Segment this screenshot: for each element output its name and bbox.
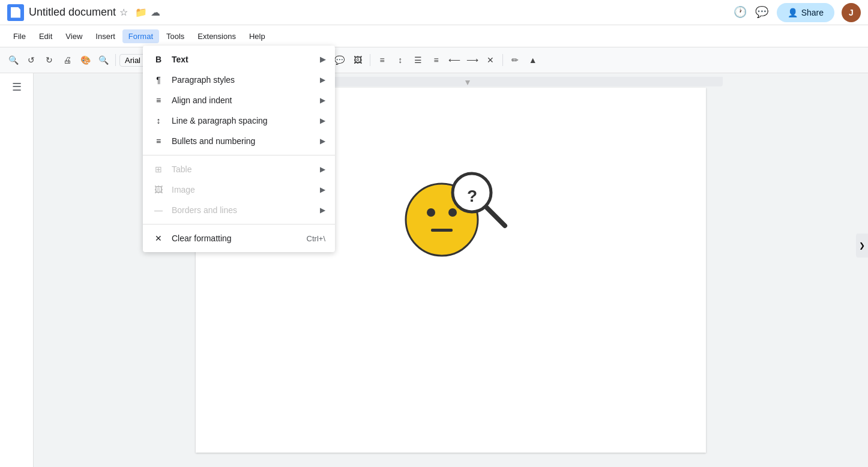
outline-icon[interactable]: ☰ [12,80,22,94]
format-dropdown: B Text ▶ ¶ Paragraph styles ▶ ≡ Align an… [143,46,335,252]
clear-format-btn[interactable]: ✕ [482,52,499,68]
line-spacing-icon: ↕ [152,115,164,127]
svg-text:?: ? [467,187,477,205]
bullets-arrow: ▶ [320,137,325,145]
separator-5 [370,54,370,66]
share-button[interactable]: 👤 Share [777,3,834,22]
align-indent-icon: ≡ [152,94,164,106]
line-spacing-label: Line & paragraph spacing [172,116,313,125]
document-title[interactable]: Untitled document [29,6,116,19]
menu-item-line-spacing[interactable]: ↕ Line & paragraph spacing ▶ [143,110,335,131]
image-arrow: ▶ [320,185,325,194]
chevron-right-icon: ❯ [859,241,865,250]
separator-6 [502,54,503,66]
menu-edit[interactable]: Edit [33,29,58,43]
title-info: Untitled document ☆ 📁 ☁ [29,6,734,19]
svg-line-6 [487,208,505,226]
menu-item-bullets[interactable]: ≡ Bullets and numbering ▶ [143,131,335,151]
collapse-btn[interactable]: ▲ [525,52,541,68]
line-spacing-arrow: ▶ [320,116,325,125]
edit-mode-btn[interactable]: ✏ [507,52,523,68]
list-btn[interactable]: ☰ [410,52,427,68]
header-right: 🕐 💬 👤 Share J [734,3,861,22]
borders-icon: — [152,204,164,216]
borders-arrow: ▶ [320,206,325,214]
redo-btn[interactable]: ↻ [41,52,58,68]
print-btn[interactable]: 🖨 [59,52,76,68]
image-btn[interactable]: 🖼 [349,52,366,68]
menu-file[interactable]: File [7,29,32,43]
menu-bar: File Edit View Insert Format Tools Exten… [0,25,868,47]
borders-label: Borders and lines [172,205,313,215]
align-indent-label: Align and indent [172,95,313,105]
docs-logo [7,4,24,21]
star-icon[interactable]: ☆ [119,7,131,19]
emoji-illustration: ? [394,148,514,270]
left-sidebar: ☰ [0,73,34,467]
menu-item-align-indent[interactable]: ≡ Align and indent ▶ [143,90,335,110]
text-icon: B [152,53,164,65]
image-icon: 🖼 [152,184,164,196]
numbered-list-btn[interactable]: ≡ [428,52,445,68]
menu-view[interactable]: View [59,29,88,43]
undo-btn[interactable]: ↺ [23,52,40,68]
menu-item-text[interactable]: B Text ▶ [143,49,335,70]
menu-help[interactable]: Help [243,29,271,43]
clear-formatting-icon: ✕ [152,232,164,244]
menu-item-paragraph-styles[interactable]: ¶ Paragraph styles ▶ [143,70,335,90]
align-indent-arrow: ▶ [320,96,325,104]
folder-icon[interactable]: 📁 [135,7,147,19]
title-bar: Untitled document ☆ 📁 ☁ 🕐 💬 👤 Share J [0,0,868,25]
paint-format-btn[interactable]: 🎨 [77,52,94,68]
doc-title-row: Untitled document ☆ 📁 ☁ [29,6,734,19]
divider-2 [143,224,335,224]
avatar[interactable]: J [842,3,861,22]
bullets-label: Bullets and numbering [172,136,313,146]
indent-decrease-btn[interactable]: ⟵ [446,52,463,68]
zoom-btn[interactable]: 🔍 [95,52,112,68]
table-arrow: ▶ [320,165,325,173]
svg-point-2 [448,208,457,217]
svg-point-1 [427,208,435,217]
cloud-icon[interactable]: ☁ [151,7,163,19]
menu-insert[interactable]: Insert [89,29,121,43]
line-spacing-btn[interactable]: ↕ [392,52,409,68]
paragraph-styles-arrow: ▶ [320,76,325,84]
menu-extensions[interactable]: Extensions [191,29,242,43]
clear-formatting-label: Clear formatting [172,234,300,243]
text-arrow: ▶ [320,55,325,64]
menu-format[interactable]: Format [122,29,159,43]
table-label: Table [172,164,313,174]
divider-1 [143,155,335,155]
paragraph-styles-icon: ¶ [152,74,164,86]
history-icon[interactable]: 🕐 [734,5,748,20]
menu-tools[interactable]: Tools [160,29,190,43]
toolbar: 🔍 ↺ ↻ 🖨 🎨 🔍 Arial 13 − + B I U A 🖌 🔗 💬 🖼… [0,47,868,73]
table-icon: ⊞ [152,163,164,175]
menu-item-image: 🖼 Image ▶ [143,179,335,200]
image-label: Image [172,185,313,194]
share-icon: 👤 [788,8,798,17]
right-sidebar-toggle[interactable]: ❯ [856,234,868,258]
main-area: ☰ [0,73,868,467]
text-label: Text [172,55,313,64]
indent-increase-btn[interactable]: ⟶ [464,52,481,68]
menu-item-borders: — Borders and lines ▶ [143,200,335,220]
separator-1 [115,54,116,66]
paragraph-styles-label: Paragraph styles [172,75,313,85]
menu-item-clear-formatting[interactable]: ✕ Clear formatting Ctrl+\ [143,228,335,249]
menu-item-table: ⊞ Table ▶ [143,159,335,179]
svg-rect-3 [431,229,453,232]
search-toolbar-btn[interactable]: 🔍 [5,52,22,68]
bullets-icon: ≡ [152,135,164,147]
align-btn[interactable]: ≡ [374,52,391,68]
clear-formatting-shortcut: Ctrl+\ [307,234,325,243]
chat-icon[interactable]: 💬 [755,5,770,20]
